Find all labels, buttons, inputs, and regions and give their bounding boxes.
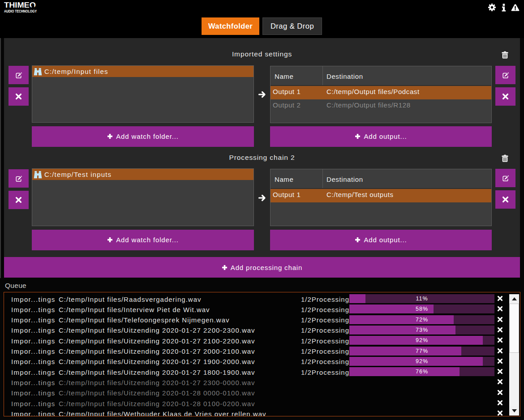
svg-text:THIMEO: THIMEO	[4, 1, 36, 9]
svg-text:AUDIO TECHNOLOGY: AUDIO TECHNOLOGY	[4, 9, 37, 13]
